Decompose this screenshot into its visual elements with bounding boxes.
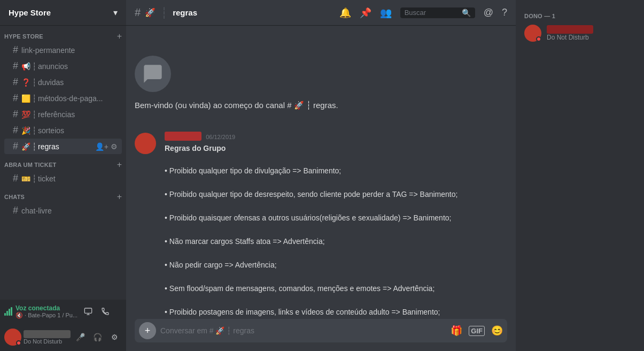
search-input[interactable]: [405, 9, 460, 17]
user-name-block: Do Not Disturb: [24, 330, 71, 345]
channel-welcome-text: Bem-vindo (ou vinda) ao começo do canal …: [135, 101, 338, 110]
channel-sorteios[interactable]: # 🎉 ┆ sorteios: [4, 123, 122, 138]
channel-header-hash-icon: #: [135, 6, 141, 19]
member-name: [547, 25, 593, 34]
category-add-icon[interactable]: +: [117, 32, 122, 41]
channel-link-permanente[interactable]: # link-permanente: [4, 42, 122, 58]
hash-icon: #: [13, 173, 18, 184]
message-text: Regras do Grupo • Proibido qualquer tipo…: [165, 143, 507, 319]
category-hype-store-label: HYPE STORE: [4, 33, 43, 40]
member-item[interactable]: Do Not Disturb: [520, 21, 640, 45]
voice-disconnect-button[interactable]: [98, 304, 113, 319]
rule-2: • Proibido qualquer tipo de desrespeito,…: [165, 189, 507, 200]
hash-icon: #: [13, 109, 18, 120]
server-header[interactable]: Hype Store ▾: [0, 0, 126, 26]
bell-icon[interactable]: 🔔: [339, 7, 351, 19]
member-status-text: Do Not Disturb: [547, 34, 593, 41]
user-status-dot: [16, 340, 21, 346]
channel-ticket[interactable]: # 🎫 ┆ ticket: [4, 171, 122, 186]
channel-emoji: 🎫: [21, 174, 30, 183]
sidebar-bottom: Voz conectada 🔇 · Bate-Papo 1 / Pu...: [0, 300, 126, 351]
settings-icon[interactable]: ⚙: [111, 142, 118, 151]
message-input[interactable]: [160, 321, 446, 340]
settings-button[interactable]: ⚙: [107, 330, 122, 345]
help-icon[interactable]: ?: [502, 7, 507, 18]
hash-icon: #: [13, 205, 18, 216]
members-icon[interactable]: 👥: [380, 7, 392, 19]
message-meta: 06/12/2019: [165, 132, 507, 141]
channel-name: link-permanente: [21, 46, 118, 55]
sidebar: Hype Store ▾ HYPE STORE + # link-permane…: [0, 0, 126, 351]
voice-screen-share-button[interactable]: [81, 304, 96, 319]
user-status: Do Not Disturb: [24, 338, 71, 345]
hash-icon: #: [13, 125, 18, 136]
channel-header: # 🚀 ┆ regras 🔔 📌 👥 🔍 @ ?: [126, 0, 516, 26]
channel-actions: 👤+ ⚙: [95, 142, 118, 151]
voice-controls: [81, 304, 113, 319]
input-bar: + 🎁 GIF 😊: [126, 319, 516, 351]
category-ticket-add-icon[interactable]: +: [117, 161, 122, 169]
message-content: 06/12/2019 Regras do Grupo • Proibido qu…: [165, 132, 507, 319]
channel-emoji: 📢: [21, 62, 30, 71]
search-bar[interactable]: 🔍: [400, 7, 475, 18]
emoji-icon[interactable]: 😊: [491, 325, 503, 337]
mute-button[interactable]: 🎤: [73, 330, 88, 345]
channel-name: referências: [38, 110, 118, 119]
channel-name: ticket: [38, 174, 118, 183]
message-input-wrapper: + 🎁 GIF 😊: [135, 319, 507, 342]
channel-regras[interactable]: # 🚀 ┆ regras 👤+ ⚙: [4, 139, 122, 154]
rule-7: • Proibido postagens de imagens, links e…: [165, 307, 507, 318]
gift-icon[interactable]: 🎁: [451, 325, 462, 337]
channel-chat-livre[interactable]: # chat-livre: [4, 203, 122, 218]
gif-icon[interactable]: GIF: [469, 326, 485, 336]
member-list: DONO — 1 Do Not Disturb: [516, 0, 644, 351]
category-chats-label: CHATS: [4, 194, 25, 200]
category-hype-store[interactable]: HYPE STORE +: [0, 30, 126, 42]
voice-signal-icon: [4, 307, 12, 316]
search-icon: 🔍: [462, 9, 471, 17]
message-timestamp: 06/12/2019: [206, 134, 235, 140]
rule-1: • Proibido qualquer tipo de divulgação =…: [165, 165, 507, 177]
channel-emoji: 💯: [21, 110, 30, 119]
channel-emoji: 🟨: [21, 94, 30, 103]
hash-icon: #: [13, 44, 18, 56]
messages-area: Bem-vindo (ou vinda) ao começo do canal …: [126, 26, 516, 319]
category-chats[interactable]: CHATS +: [0, 190, 126, 202]
rule-6: • Sem flood/spam de mensagens, comandos,…: [165, 283, 507, 294]
channel-name: métodos-de-paga...: [38, 94, 118, 103]
hash-icon: #: [13, 141, 18, 152]
at-icon[interactable]: @: [484, 7, 493, 18]
channel-header-name: regras: [173, 8, 197, 17]
channel-emoji: 🚀: [21, 142, 30, 151]
channel-metodos[interactable]: # 🟨 ┆ métodos-de-paga...: [4, 90, 122, 106]
member-status-dot: [536, 36, 541, 42]
server-chevron-icon: ▾: [113, 7, 118, 18]
member-info: Do Not Disturb: [547, 25, 593, 41]
hash-icon: #: [13, 93, 18, 104]
channel-welcome: Bem-vindo (ou vinda) ao começo do canal …: [135, 34, 507, 123]
category-chats-add-icon[interactable]: +: [117, 193, 122, 201]
rule-5: • Não pedir cargo => Advertência;: [165, 260, 507, 271]
pin-icon[interactable]: 📌: [360, 7, 371, 19]
hash-icon: #: [13, 77, 18, 88]
message-title: Regras do Grupo: [165, 144, 226, 152]
channel-header-divider: ┆: [161, 6, 167, 19]
channel-duvidas[interactable]: # ❓ ┆ duvidas: [4, 74, 122, 90]
member-category-dono: DONO — 1: [520, 9, 640, 21]
input-add-button[interactable]: +: [139, 322, 156, 339]
voice-connected-bar: Voz conectada 🔇 · Bate-Papo 1 / Pu...: [0, 300, 126, 323]
input-right-icons: 🎁 GIF 😊: [451, 325, 503, 337]
add-member-icon[interactable]: 👤+: [95, 142, 108, 151]
voice-channel-text: 🔇 · Bate-Papo 1 / Pu...: [15, 312, 77, 319]
user-name: [24, 330, 71, 338]
channel-name: chat-livre: [21, 207, 118, 215]
category-ticket[interactable]: ABRA UM TICKET +: [0, 158, 126, 170]
channel-anuncios[interactable]: # 📢 ┆ anuncios: [4, 58, 122, 74]
main-content: # 🚀 ┆ regras 🔔 📌 👥 🔍 @ ?: [126, 0, 516, 351]
voice-text-block: Voz conectada 🔇 · Bate-Papo 1 / Pu...: [15, 304, 77, 319]
hash-icon: #: [13, 60, 18, 72]
channel-referencias[interactable]: # 💯 ┆ referências: [4, 106, 122, 122]
deafen-button[interactable]: 🎧: [90, 330, 105, 345]
voice-status-row: Voz conectada 🔇 · Bate-Papo 1 / Pu...: [4, 304, 122, 319]
message-group: 06/12/2019 Regras do Grupo • Proibido qu…: [135, 132, 507, 319]
